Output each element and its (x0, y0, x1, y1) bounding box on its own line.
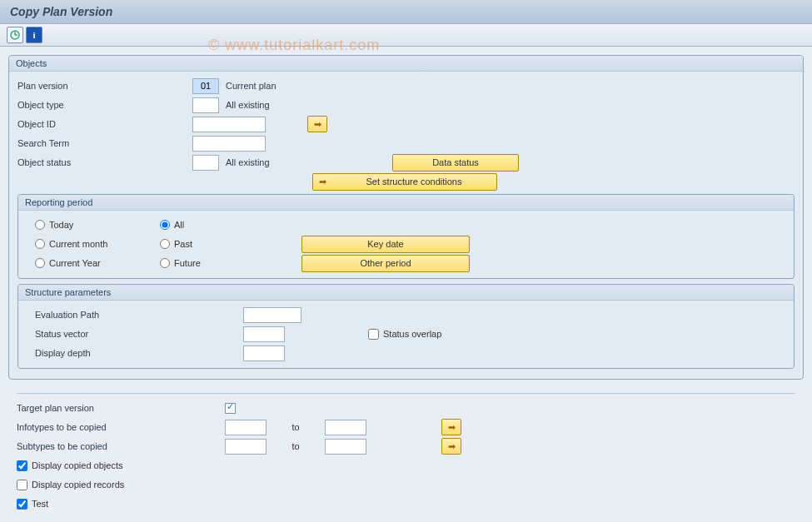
infotypes-to-input[interactable] (325, 420, 366, 435)
plan-version-desc: Current plan (226, 81, 326, 91)
structure-group: Structure parameters Evaluation Path Sta… (17, 284, 795, 369)
radio-past-label: Past (174, 239, 192, 249)
display-objects-label: Display copied objects (32, 460, 122, 470)
objects-header: Objects (9, 56, 803, 72)
status-overlap-label: Status overlap (383, 329, 441, 339)
other-period-button[interactable]: Other period (301, 255, 470, 272)
key-date-button[interactable]: Key date (301, 236, 470, 253)
object-id-more-icon[interactable]: ➡ (307, 116, 327, 132)
target-plan-checkbox[interactable] (225, 403, 236, 414)
object-type-desc: All existing (226, 100, 326, 110)
radio-future[interactable] (160, 258, 170, 268)
arrow-icon: ➡ (313, 176, 331, 187)
subtypes-more-icon[interactable]: ➡ (441, 438, 461, 455)
display-depth-label: Display depth (27, 348, 210, 358)
toolbar: i (0, 24, 812, 47)
display-depth-input[interactable] (243, 346, 285, 361)
display-objects-checkbox[interactable] (17, 460, 27, 471)
object-type-input[interactable] (192, 97, 219, 113)
radio-today[interactable] (35, 220, 45, 230)
display-records-checkbox[interactable] (17, 480, 27, 490)
test-label: Test (32, 499, 48, 509)
subtypes-label: Subtypes to be copied (17, 441, 225, 451)
page-title: Copy Plan Version (0, 0, 812, 24)
objects-group: Objects Plan version Current plan Object… (8, 55, 804, 380)
radio-all[interactable] (160, 220, 170, 230)
search-term-label: Search Term (17, 138, 192, 148)
divider (17, 393, 795, 394)
set-structure-conditions-button[interactable]: ➡ Set structure conditions (312, 173, 497, 191)
object-status-desc: All existing (226, 157, 326, 167)
search-term-input[interactable] (192, 136, 266, 152)
info-icon[interactable]: i (26, 27, 42, 43)
subtypes-to-input[interactable] (325, 439, 366, 455)
radio-today-label: Today (49, 220, 73, 230)
infotypes-from-input[interactable] (225, 420, 267, 435)
target-plan-label: Target plan version (17, 403, 225, 413)
object-status-input[interactable] (192, 155, 219, 171)
subtypes-from-input[interactable] (225, 439, 267, 455)
data-status-button[interactable]: Data status (392, 154, 519, 172)
infotypes-to-label: to (267, 422, 325, 432)
plan-version-input[interactable] (192, 78, 219, 94)
set-structure-label: Set structure conditions (331, 176, 496, 186)
eval-path-label: Evaluation Path (27, 310, 210, 320)
reporting-header: Reporting period (18, 195, 794, 211)
radio-current-month[interactable] (35, 239, 45, 249)
object-id-label: Object ID (17, 119, 192, 129)
radio-all-label: All (174, 220, 184, 230)
object-id-input[interactable] (192, 117, 266, 132)
status-vector-input[interactable] (243, 326, 285, 342)
radio-current-year[interactable] (35, 258, 45, 268)
subtypes-to-label: to (267, 441, 325, 451)
plan-version-label: Plan version (17, 81, 192, 91)
object-status-label: Object status (17, 157, 192, 167)
display-records-label: Display copied records (32, 480, 124, 490)
test-checkbox[interactable] (17, 499, 27, 510)
structure-header: Structure parameters (18, 285, 794, 301)
infotypes-more-icon[interactable]: ➡ (441, 419, 461, 435)
execute-icon[interactable] (7, 27, 23, 43)
radio-past[interactable] (160, 239, 170, 249)
eval-path-input[interactable] (243, 307, 301, 323)
radio-currentyear-label: Current Year (49, 258, 101, 268)
infotypes-label: Infotypes to be copied (17, 422, 225, 432)
status-vector-label: Status vector (27, 329, 210, 339)
reporting-group: Reporting period Today All Current month… (17, 194, 795, 279)
object-type-label: Object type (17, 100, 192, 110)
radio-future-label: Future (174, 258, 201, 268)
radio-currentmonth-label: Current month (49, 239, 107, 249)
bottom-section: Target plan version Infotypes to be copi… (8, 385, 804, 517)
status-overlap-checkbox[interactable] (368, 329, 379, 340)
